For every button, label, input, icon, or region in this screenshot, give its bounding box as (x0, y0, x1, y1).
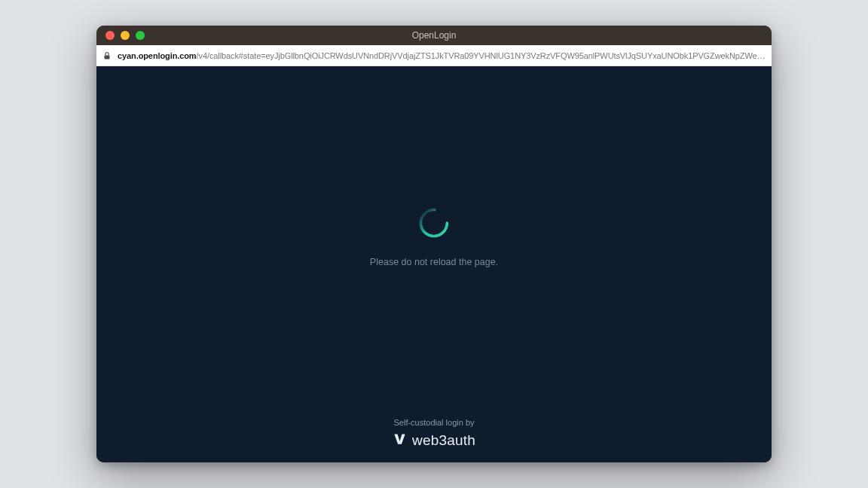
url-host: cyan.openlogin.com (118, 51, 197, 60)
minimize-window-button[interactable] (121, 31, 130, 40)
svg-rect-0 (105, 55, 110, 59)
url-path: /v4/callback#state=eyJjbGllbnQiOiJCRWdsU… (197, 51, 766, 60)
traffic-lights (96, 31, 145, 40)
svg-point-1 (421, 210, 448, 236)
close-window-button[interactable] (105, 31, 115, 40)
spinner-icon (417, 206, 451, 240)
footer-caption: Self-custodial login by (393, 418, 475, 427)
web3auth-logo-icon (393, 432, 407, 449)
brand-row: web3auth (393, 432, 475, 449)
browser-window: OpenLogin cyan.openlogin.com/v4/callback… (96, 26, 772, 462)
maximize-window-button[interactable] (136, 31, 145, 40)
address-bar[interactable]: cyan.openlogin.com/v4/callback#state=eyJ… (96, 45, 772, 66)
loading-text: Please do not reload the page. (370, 257, 498, 267)
lock-icon (102, 51, 112, 60)
brand-name: web3auth (412, 432, 475, 449)
loading-block: Please do not reload the page. (370, 206, 498, 267)
window-title: OpenLogin (96, 30, 772, 41)
footer-branding: Self-custodial login by web3auth (393, 418, 475, 449)
page-content: Please do not reload the page. Self-cust… (96, 66, 772, 462)
titlebar: OpenLogin (96, 26, 772, 45)
url-text: cyan.openlogin.com/v4/callback#state=eyJ… (118, 51, 766, 60)
